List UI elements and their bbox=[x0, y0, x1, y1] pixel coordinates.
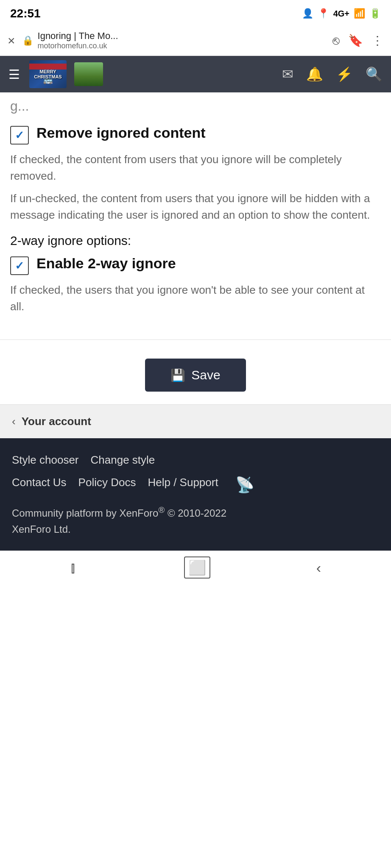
status-icons: 👤 📍 4G+ 📶 🔋 bbox=[302, 8, 381, 19]
status-bar: 22:51 👤 📍 4G+ 📶 🔋 bbox=[0, 0, 391, 25]
search-icon[interactable]: 🔍 bbox=[366, 66, 383, 82]
rss-icon[interactable]: 📡 bbox=[235, 476, 254, 494]
browser-bar: × 🔒 Ignoring | The Mo... motorhomefun.co… bbox=[0, 25, 391, 56]
save-icon: 💾 bbox=[170, 368, 185, 382]
battery-icon: 🔋 bbox=[369, 8, 381, 19]
remove-ignored-desc1: If checked, the content from users that … bbox=[10, 151, 381, 184]
mail-icon[interactable]: ✉ bbox=[282, 66, 293, 82]
footer: Style chooser Change style Contact Us Po… bbox=[0, 438, 391, 551]
bookmark-icon[interactable]: 🔖 bbox=[348, 33, 363, 47]
nav-icons: ✉ 🔔 ⚡ 🔍 bbox=[282, 66, 383, 82]
enable-two-way-desc: If checked, the users that you ignore wo… bbox=[10, 282, 381, 315]
contact-us-link[interactable]: Contact Us bbox=[12, 476, 67, 494]
help-support-link[interactable]: Help / Support bbox=[148, 476, 218, 494]
remove-ignored-checkbox[interactable] bbox=[10, 126, 29, 145]
change-style-link[interactable]: Change style bbox=[91, 453, 155, 467]
close-icon[interactable]: × bbox=[8, 33, 15, 48]
page-title: Ignoring | The Mo... bbox=[38, 31, 118, 41]
footer-copyright: Community platform by XenForo® © 2010-20… bbox=[12, 503, 379, 538]
share-icon[interactable]: ⎋ bbox=[332, 34, 340, 47]
remove-ignored-label: Remove ignored content bbox=[36, 124, 206, 142]
your-account-bar[interactable]: ‹ Your account bbox=[0, 404, 391, 438]
site-logo[interactable]: MERRYCHRISTMAS 🚌 bbox=[29, 60, 67, 88]
remove-ignored-desc2: If un-checked, the content from users th… bbox=[10, 190, 381, 223]
logo-text: MERRYCHRISTMAS bbox=[34, 69, 61, 79]
person-pin-icon: 👤 bbox=[302, 8, 313, 19]
remove-ignored-row: Remove ignored content bbox=[10, 124, 381, 145]
chevron-left-icon: ‹ bbox=[12, 415, 16, 428]
signal-bars-icon: 📶 bbox=[354, 8, 365, 19]
page-domain: motorhomefun.co.uk bbox=[38, 42, 118, 50]
save-btn-container: 💾 Save bbox=[0, 350, 391, 404]
nav-back-icon[interactable]: ‹ bbox=[316, 559, 321, 576]
partial-heading: g... bbox=[0, 92, 391, 116]
forum-thumbnail[interactable] bbox=[74, 62, 103, 86]
status-time: 22:51 bbox=[10, 7, 41, 20]
enable-two-way-label: Enable 2-way ignore bbox=[36, 255, 176, 272]
footer-links: Style chooser Change style bbox=[12, 453, 379, 467]
browser-address[interactable]: 🔒 Ignoring | The Mo... motorhomefun.co.u… bbox=[22, 31, 326, 50]
enable-two-way-checkbox[interactable] bbox=[10, 256, 29, 275]
more-options-icon[interactable]: ⋮ bbox=[371, 33, 383, 47]
save-button[interactable]: 💾 Save bbox=[145, 359, 246, 392]
enable-two-way-row: Enable 2-way ignore bbox=[10, 255, 381, 275]
nav-home-icon[interactable]: ⬜ bbox=[184, 556, 210, 579]
nav-recent-icon[interactable]: ⫿ bbox=[70, 559, 78, 576]
style-chooser-link[interactable]: Style chooser bbox=[12, 453, 79, 467]
lightning-icon[interactable]: ⚡ bbox=[336, 66, 353, 82]
policy-docs-link[interactable]: Policy Docs bbox=[78, 476, 136, 494]
section-divider bbox=[0, 339, 391, 340]
main-content: Remove ignored content If checked, the c… bbox=[0, 116, 391, 329]
bottom-nav: ⫿ ⬜ ‹ bbox=[0, 551, 391, 584]
bell-icon[interactable]: 🔔 bbox=[306, 66, 323, 82]
save-label: Save bbox=[191, 368, 220, 382]
hamburger-menu-icon[interactable]: ☰ bbox=[8, 67, 20, 82]
nav-bar: ☰ MERRYCHRISTMAS 🚌 ✉ 🔔 ⚡ 🔍 bbox=[0, 56, 391, 92]
location-icon: 📍 bbox=[318, 8, 329, 19]
two-way-heading: 2-way ignore options: bbox=[10, 234, 381, 248]
signal-4g-icon: 4G+ bbox=[333, 9, 349, 19]
footer-links-row2: Contact Us Policy Docs Help / Support 📡 bbox=[12, 476, 379, 494]
browser-actions: ⎋ 🔖 ⋮ bbox=[332, 33, 383, 47]
lock-icon: 🔒 bbox=[22, 35, 34, 46]
your-account-label: Your account bbox=[22, 415, 91, 428]
